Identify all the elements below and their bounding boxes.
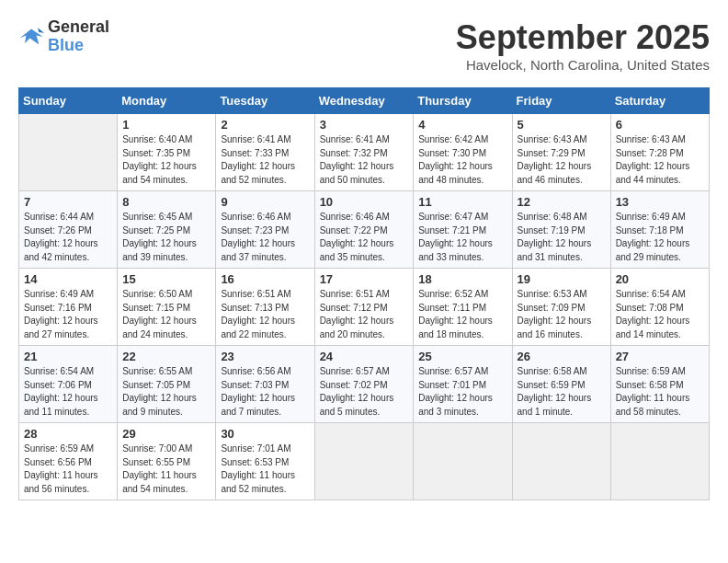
day-info: Sunrise: 6:44 AM Sunset: 7:26 PM Dayligh…: [24, 211, 112, 264]
month-title: September 2025: [456, 18, 710, 57]
calendar-cell: 23Sunrise: 6:56 AM Sunset: 7:03 PM Dayli…: [216, 346, 314, 423]
day-info: Sunrise: 6:59 AM Sunset: 6:56 PM Dayligh…: [24, 442, 112, 496]
calendar-cell: 5Sunrise: 6:43 AM Sunset: 7:29 PM Daylig…: [512, 114, 610, 191]
calendar-cell: [314, 423, 414, 500]
day-info: Sunrise: 6:56 AM Sunset: 7:03 PM Dayligh…: [221, 365, 309, 419]
day-info: Sunrise: 6:50 AM Sunset: 7:15 PM Dayligh…: [122, 288, 210, 341]
day-number: 28: [24, 427, 112, 441]
location: Havelock, North Carolina, United States: [456, 57, 710, 73]
calendar-cell: 12Sunrise: 6:48 AM Sunset: 7:19 PM Dayli…: [512, 191, 610, 269]
day-info: Sunrise: 6:43 AM Sunset: 7:28 PM Dayligh…: [616, 133, 704, 187]
day-info: Sunrise: 6:53 AM Sunset: 7:09 PM Dayligh…: [518, 288, 606, 341]
day-number: 15: [122, 272, 210, 286]
calendar-cell: 10Sunrise: 6:46 AM Sunset: 7:22 PM Dayli…: [314, 191, 414, 269]
day-info: Sunrise: 6:52 AM Sunset: 7:11 PM Dayligh…: [418, 288, 506, 341]
day-number: 3: [320, 118, 409, 132]
calendar-cell: 9Sunrise: 6:46 AM Sunset: 7:23 PM Daylig…: [216, 191, 314, 269]
day-info: Sunrise: 6:51 AM Sunset: 7:12 PM Dayligh…: [320, 288, 409, 341]
day-number: 1: [122, 118, 210, 132]
calendar-cell: 26Sunrise: 6:58 AM Sunset: 6:59 PM Dayli…: [512, 346, 610, 423]
calendar-cell: 30Sunrise: 7:01 AM Sunset: 6:53 PM Dayli…: [216, 423, 314, 500]
day-number: 4: [418, 118, 506, 132]
day-number: 7: [24, 195, 112, 209]
day-number: 6: [616, 118, 704, 132]
day-info: Sunrise: 6:40 AM Sunset: 7:35 PM Dayligh…: [122, 133, 210, 187]
calendar-cell: 24Sunrise: 6:57 AM Sunset: 7:02 PM Dayli…: [314, 346, 414, 423]
calendar-cell: 8Sunrise: 6:45 AM Sunset: 7:25 PM Daylig…: [118, 191, 216, 269]
day-number: 21: [24, 350, 112, 363]
calendar-week-row: 28Sunrise: 6:59 AM Sunset: 6:56 PM Dayli…: [19, 423, 710, 500]
day-number: 14: [24, 272, 112, 286]
day-info: Sunrise: 6:41 AM Sunset: 7:33 PM Dayligh…: [221, 133, 309, 187]
calendar-cell: 3Sunrise: 6:41 AM Sunset: 7:32 PM Daylig…: [314, 114, 414, 191]
calendar-header-row: SundayMondayTuesdayWednesdayThursdayFrid…: [19, 88, 710, 114]
calendar-cell: 27Sunrise: 6:59 AM Sunset: 6:58 PM Dayli…: [610, 346, 709, 423]
day-number: 17: [320, 272, 409, 286]
day-info: Sunrise: 7:00 AM Sunset: 6:55 PM Dayligh…: [122, 442, 210, 496]
day-info: Sunrise: 6:45 AM Sunset: 7:25 PM Dayligh…: [122, 211, 210, 264]
day-number: 20: [616, 272, 704, 286]
day-info: Sunrise: 6:51 AM Sunset: 7:13 PM Dayligh…: [221, 288, 309, 341]
day-info: Sunrise: 6:57 AM Sunset: 7:01 PM Dayligh…: [418, 365, 506, 419]
col-header-wednesday: Wednesday: [314, 88, 414, 114]
calendar-cell: 19Sunrise: 6:53 AM Sunset: 7:09 PM Dayli…: [512, 269, 610, 346]
day-info: Sunrise: 6:46 AM Sunset: 7:22 PM Dayligh…: [320, 211, 409, 264]
col-header-sunday: Sunday: [19, 88, 118, 114]
day-info: Sunrise: 6:43 AM Sunset: 7:29 PM Dayligh…: [518, 133, 606, 187]
calendar-week-row: 1Sunrise: 6:40 AM Sunset: 7:35 PM Daylig…: [19, 114, 710, 191]
calendar-cell: 15Sunrise: 6:50 AM Sunset: 7:15 PM Dayli…: [118, 269, 216, 346]
day-number: 26: [518, 350, 606, 363]
calendar-cell: 1Sunrise: 6:40 AM Sunset: 7:35 PM Daylig…: [118, 114, 216, 191]
calendar-cell: 2Sunrise: 6:41 AM Sunset: 7:33 PM Daylig…: [216, 114, 314, 191]
day-number: 12: [518, 195, 606, 209]
day-number: 10: [320, 195, 409, 209]
calendar-week-row: 7Sunrise: 6:44 AM Sunset: 7:26 PM Daylig…: [19, 191, 710, 269]
col-header-thursday: Thursday: [414, 88, 512, 114]
day-info: Sunrise: 6:57 AM Sunset: 7:02 PM Dayligh…: [320, 365, 409, 419]
day-info: Sunrise: 6:46 AM Sunset: 7:23 PM Dayligh…: [221, 211, 309, 264]
calendar-cell: 29Sunrise: 7:00 AM Sunset: 6:55 PM Dayli…: [118, 423, 216, 500]
day-number: 22: [122, 350, 210, 363]
logo-line1: General: [48, 18, 109, 37]
day-number: 8: [122, 195, 210, 209]
day-info: Sunrise: 6:55 AM Sunset: 7:05 PM Dayligh…: [122, 365, 210, 419]
calendar-cell: 13Sunrise: 6:49 AM Sunset: 7:18 PM Dayli…: [610, 191, 709, 269]
calendar-cell: 14Sunrise: 6:49 AM Sunset: 7:16 PM Dayli…: [19, 269, 118, 346]
calendar-cell: 6Sunrise: 6:43 AM Sunset: 7:28 PM Daylig…: [610, 114, 709, 191]
day-number: 24: [320, 350, 409, 363]
calendar-cell: 7Sunrise: 6:44 AM Sunset: 7:26 PM Daylig…: [19, 191, 118, 269]
logo: General Blue: [18, 18, 109, 55]
day-info: Sunrise: 7:01 AM Sunset: 6:53 PM Dayligh…: [221, 442, 309, 496]
calendar-cell: 20Sunrise: 6:54 AM Sunset: 7:08 PM Dayli…: [610, 269, 709, 346]
calendar-cell: [414, 423, 512, 500]
day-number: 5: [518, 118, 606, 132]
day-number: 16: [221, 272, 309, 286]
col-header-saturday: Saturday: [610, 88, 709, 114]
day-number: 11: [418, 195, 506, 209]
day-number: 23: [221, 350, 309, 363]
calendar-cell: 28Sunrise: 6:59 AM Sunset: 6:56 PM Dayli…: [19, 423, 118, 500]
day-number: 30: [221, 427, 309, 441]
calendar-cell: 16Sunrise: 6:51 AM Sunset: 7:13 PM Dayli…: [216, 269, 314, 346]
calendar-cell: [19, 114, 118, 191]
day-number: 18: [418, 272, 506, 286]
calendar-cell: [610, 423, 709, 500]
logo-icon: [18, 24, 44, 50]
day-info: Sunrise: 6:49 AM Sunset: 7:16 PM Dayligh…: [24, 288, 112, 341]
col-header-friday: Friday: [512, 88, 610, 114]
calendar-cell: 21Sunrise: 6:54 AM Sunset: 7:06 PM Dayli…: [19, 346, 118, 423]
calendar-cell: 11Sunrise: 6:47 AM Sunset: 7:21 PM Dayli…: [414, 191, 512, 269]
calendar-cell: 25Sunrise: 6:57 AM Sunset: 7:01 PM Dayli…: [414, 346, 512, 423]
calendar-cell: 18Sunrise: 6:52 AM Sunset: 7:11 PM Dayli…: [414, 269, 512, 346]
calendar-week-row: 14Sunrise: 6:49 AM Sunset: 7:16 PM Dayli…: [19, 269, 710, 346]
day-info: Sunrise: 6:54 AM Sunset: 7:06 PM Dayligh…: [24, 365, 112, 419]
day-info: Sunrise: 6:48 AM Sunset: 7:19 PM Dayligh…: [518, 211, 606, 264]
calendar-cell: 22Sunrise: 6:55 AM Sunset: 7:05 PM Dayli…: [118, 346, 216, 423]
day-number: 27: [616, 350, 704, 363]
logo-line2: Blue: [48, 37, 109, 55]
calendar-cell: 17Sunrise: 6:51 AM Sunset: 7:12 PM Dayli…: [314, 269, 414, 346]
title-block: September 2025 Havelock, North Carolina,…: [456, 18, 710, 73]
svg-marker-1: [38, 28, 44, 40]
day-number: 13: [616, 195, 704, 209]
col-header-tuesday: Tuesday: [216, 88, 314, 114]
